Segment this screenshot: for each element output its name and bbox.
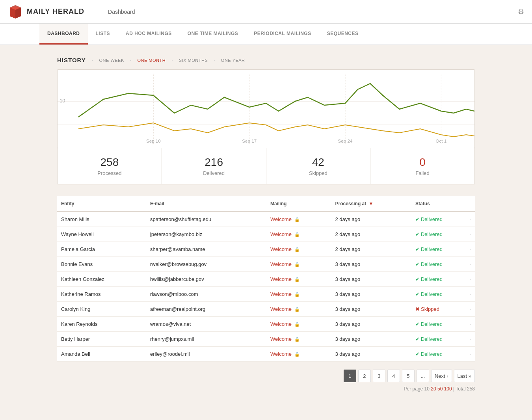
row-action-btn[interactable]: · — [469, 336, 471, 342]
cell-email: hwillis@jabbercube.gov — [146, 272, 266, 287]
cell-entity: Kathleen Gonzalez — [57, 272, 146, 287]
cell-entity: Karen Reynolds — [57, 317, 146, 332]
row-action-btn[interactable]: · — [469, 231, 471, 237]
cell-email: spatterson@shuffletag.edu — [146, 212, 266, 227]
cell-processing-at: 3 days ago — [331, 317, 411, 332]
status-indicator: ✖Skipped — [415, 306, 439, 312]
cell-email: rwalker@browsebug.gov — [146, 257, 266, 272]
cell-status: ✔Delivered · — [411, 287, 475, 302]
cell-mailing: Welcome 🔒 — [266, 332, 331, 347]
row-action-btn[interactable]: · — [469, 261, 471, 267]
table-row: Katherine Ramos rlawson@miboo.com Welcom… — [57, 287, 475, 302]
check-icon: ✔ — [415, 216, 420, 222]
mailing-link[interactable]: Welcome — [270, 276, 292, 282]
per-page-50[interactable]: 50 — [437, 386, 443, 392]
cell-status: ✔Delivered · — [411, 272, 475, 287]
nav-item-lists[interactable]: LISTS — [88, 24, 118, 45]
cell-status: ✔Delivered · — [411, 347, 475, 362]
cell-entity: Amanda Bell — [57, 347, 146, 362]
nav-item-periodical[interactable]: PERIODICAL MAILINGS — [246, 24, 319, 45]
period-six-months[interactable]: SIX MONTHS — [179, 58, 208, 63]
per-page-20[interactable]: 20 — [431, 386, 436, 392]
svg-text:Sep 24: Sep 24 — [338, 139, 353, 143]
cell-email: jpeterson@kaymbo.biz — [146, 227, 266, 242]
nav-item-onetimemailings[interactable]: ONE TIME MAILINGS — [180, 24, 246, 45]
stat-skipped: 42 Skipped — [266, 148, 371, 184]
cell-entity: Katherine Ramos — [57, 287, 146, 302]
status-indicator: ✔Delivered — [415, 321, 443, 327]
page-btn-ellipsis[interactable]: ... — [417, 370, 429, 382]
lock-icon: 🔒 — [294, 322, 300, 327]
next-button[interactable]: Next › — [431, 370, 452, 382]
page-btn-2[interactable]: 2 — [358, 370, 371, 382]
cell-processing-at: 3 days ago — [331, 257, 411, 272]
check-icon: ✔ — [415, 261, 420, 267]
check-icon: ✔ — [415, 336, 420, 342]
table-row: Carolyn King afreeman@realpoint.org Welc… — [57, 302, 475, 317]
stat-processed: 258 Processed — [58, 148, 162, 184]
cell-mailing: Welcome 🔒 — [266, 347, 331, 362]
mailing-link[interactable]: Welcome — [270, 231, 292, 237]
settings-button[interactable]: ⚙ — [518, 7, 524, 16]
row-action-btn[interactable]: · — [469, 216, 471, 222]
cell-processing-at: 2 days ago — [331, 227, 411, 242]
lock-icon: 🔒 — [294, 292, 300, 297]
row-action-btn[interactable]: · — [469, 351, 471, 357]
mailing-link[interactable]: Welcome — [270, 261, 292, 267]
nav-item-sequences[interactable]: SEQUENCES — [319, 24, 366, 45]
period-one-week[interactable]: ONE WEEK — [99, 58, 124, 63]
row-action-btn[interactable]: · — [469, 306, 471, 312]
per-page-100[interactable]: 100 — [444, 386, 452, 392]
col-processing-at[interactable]: Processing at ▼ — [331, 196, 411, 212]
stat-label-failed: Failed — [378, 170, 467, 176]
cell-mailing: Welcome 🔒 — [266, 227, 331, 242]
check-icon: ✔ — [415, 291, 420, 297]
check-icon: ✔ — [415, 351, 420, 357]
mailing-link[interactable]: Welcome — [270, 351, 292, 357]
lock-icon: 🔒 — [294, 247, 300, 252]
cell-processing-at: 3 days ago — [331, 272, 411, 287]
mailing-link[interactable]: Welcome — [270, 291, 292, 297]
period-one-year[interactable]: ONE YEAR — [221, 58, 245, 63]
table-row: Karen Reynolds wramos@viva.net Welcome 🔒… — [57, 317, 475, 332]
cell-mailing: Welcome 🔒 — [266, 302, 331, 317]
lock-icon: 🔒 — [294, 232, 300, 237]
table-row: Amanda Bell eriley@roodel.mil Welcome 🔒 … — [57, 347, 475, 362]
stat-number-delivered: 216 — [170, 156, 258, 169]
cell-email: eriley@roodel.mil — [146, 347, 266, 362]
nav-item-adhoc[interactable]: AD HOC MAILINGS — [118, 24, 180, 45]
nav-item-dashboard[interactable]: DASHBOARD — [39, 24, 88, 45]
cell-entity: Wayne Howell — [57, 227, 146, 242]
header-title: Dashboard — [108, 9, 135, 15]
history-title: HISTORY — [57, 57, 86, 63]
cell-status: ✔Delivered · — [411, 242, 475, 257]
row-action-btn[interactable]: · — [469, 291, 471, 297]
mailing-link[interactable]: Welcome — [270, 336, 292, 342]
mailing-link[interactable]: Welcome — [270, 321, 292, 327]
mailing-link[interactable]: Welcome — [270, 306, 292, 312]
cell-processing-at: 3 days ago — [331, 287, 411, 302]
page-btn-4[interactable]: 4 — [387, 370, 400, 382]
col-status: Status — [411, 196, 475, 212]
mailing-link[interactable]: Welcome — [270, 216, 292, 222]
history-chart: 10 Sep 10 Sep 17 Sep 24 Oct 1 — [57, 69, 475, 148]
stat-number-failed: 0 — [378, 156, 467, 169]
page-btn-5[interactable]: 5 — [402, 370, 415, 382]
row-action-btn[interactable]: · — [469, 321, 471, 327]
cell-email: afreeman@realpoint.org — [146, 302, 266, 317]
stat-failed: 0 Failed — [370, 148, 474, 184]
cell-status: ✔Delivered · — [411, 212, 475, 227]
row-action-btn[interactable]: · — [469, 246, 471, 252]
main-nav: DASHBOARD LISTS AD HOC MAILINGS ONE TIME… — [0, 24, 532, 45]
table-row: Sharon Mills spatterson@shuffletag.edu W… — [57, 212, 475, 227]
row-action-btn[interactable]: · — [469, 276, 471, 282]
period-one-month[interactable]: ONE MONTH — [137, 58, 166, 63]
lock-icon: 🔒 — [294, 262, 300, 267]
page-btn-3[interactable]: 3 — [373, 370, 385, 382]
mailing-link[interactable]: Welcome — [270, 246, 292, 252]
lock-icon: 🔒 — [294, 352, 300, 357]
stat-number-skipped: 42 — [274, 156, 363, 169]
cell-status: ✖Skipped · — [411, 302, 475, 317]
last-button[interactable]: Last » — [454, 370, 475, 382]
page-btn-1[interactable]: 1 — [344, 370, 356, 382]
